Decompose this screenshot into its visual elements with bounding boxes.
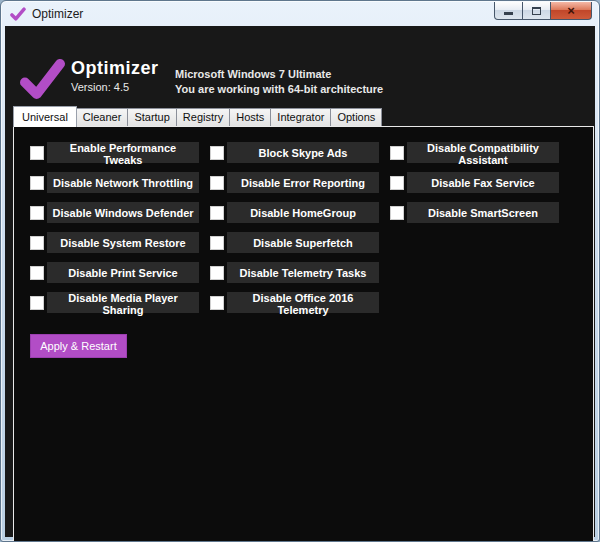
app-title: Optimizer [71, 58, 159, 79]
checkbox-disable-homegroup[interactable] [210, 206, 224, 220]
checkbox-disable-system-restore[interactable] [30, 236, 44, 250]
tab-options[interactable]: Options [331, 108, 382, 126]
option-row: Disable Compatibility Assistant [390, 142, 559, 163]
checkbox-disable-smartscreen[interactable] [390, 206, 404, 220]
button-disable-homegroup[interactable]: Disable HomeGroup [227, 202, 379, 223]
button-disable-fax-service[interactable]: Disable Fax Service [407, 172, 559, 193]
option-row: Disable Windows Defender [30, 202, 199, 223]
app-window: Optimizer × Optimizer Version: 4.5 Micro… [0, 0, 600, 542]
options-column-3: Disable Compatibility Assistant Disable … [390, 142, 559, 232]
checkbox-disable-print-service[interactable] [30, 266, 44, 280]
checkbox-disable-media-player-sharing[interactable] [30, 296, 44, 310]
option-row: Disable Superfetch [210, 232, 379, 253]
minimize-icon [504, 12, 513, 15]
button-disable-windows-defender[interactable]: Disable Windows Defender [47, 202, 199, 223]
version-label: Version: 4.5 [71, 81, 129, 93]
minimize-button[interactable] [494, 2, 523, 20]
button-disable-print-service[interactable]: Disable Print Service [47, 262, 199, 283]
button-disable-system-restore[interactable]: Disable System Restore [47, 232, 199, 253]
maximize-button[interactable] [523, 2, 550, 20]
checkbox-disable-compatibility-assistant[interactable] [390, 146, 404, 160]
tab-strip: Universal Cleaner Startup Registry Hosts… [13, 106, 382, 127]
button-enable-performance-tweaks[interactable]: Enable Performance Tweaks [47, 142, 199, 163]
options-column-1: Enable Performance Tweaks Disable Networ… [30, 142, 199, 322]
checkbox-disable-superfetch[interactable] [210, 236, 224, 250]
tab-cleaner[interactable]: Cleaner [77, 108, 129, 126]
button-disable-compatibility-assistant[interactable]: Disable Compatibility Assistant [407, 142, 559, 163]
checkbox-block-skype-ads[interactable] [210, 146, 224, 160]
option-row: Disable System Restore [30, 232, 199, 253]
checkbox-enable-performance-tweaks[interactable] [30, 146, 44, 160]
window-title: Optimizer [32, 7, 83, 21]
tab-hosts[interactable]: Hosts [230, 108, 271, 126]
checkbox-disable-windows-defender[interactable] [30, 206, 44, 220]
client-area: Optimizer Version: 4.5 Microsoft Windows… [5, 26, 595, 537]
tabpage-universal: Enable Performance Tweaks Disable Networ… [13, 126, 594, 542]
checkbox-disable-error-reporting[interactable] [210, 176, 224, 190]
option-row: Disable Fax Service [390, 172, 559, 193]
option-row: Enable Performance Tweaks [30, 142, 199, 163]
button-disable-error-reporting[interactable]: Disable Error Reporting [227, 172, 379, 193]
option-row: Disable Error Reporting [210, 172, 379, 193]
tab-registry[interactable]: Registry [177, 108, 230, 126]
button-disable-network-throttling[interactable]: Disable Network Throttling [47, 172, 199, 193]
caption-buttons: × [494, 2, 592, 20]
button-disable-office-2016-telemetry[interactable]: Disable Office 2016 Telemetry [227, 292, 379, 313]
button-disable-telemetry-tasks[interactable]: Disable Telemetry Tasks [227, 262, 379, 283]
button-block-skype-ads[interactable]: Block Skype Ads [227, 142, 379, 163]
button-disable-superfetch[interactable]: Disable Superfetch [227, 232, 379, 253]
logo-checkmark-icon [19, 57, 66, 100]
apply-restart-button[interactable]: Apply & Restart [30, 334, 127, 358]
close-icon: × [567, 3, 575, 19]
option-row: Disable Media Player Sharing [30, 292, 199, 313]
tab-universal[interactable]: Universal [13, 106, 77, 127]
option-row: Disable SmartScreen [390, 202, 559, 223]
option-row: Disable Office 2016 Telemetry [210, 292, 379, 313]
option-row: Disable HomeGroup [210, 202, 379, 223]
checkbox-disable-fax-service[interactable] [390, 176, 404, 190]
app-checkmark-icon [10, 7, 26, 21]
tab-startup[interactable]: Startup [128, 108, 176, 126]
button-disable-media-player-sharing[interactable]: Disable Media Player Sharing [47, 292, 199, 313]
checkbox-disable-network-throttling[interactable] [30, 176, 44, 190]
option-row: Block Skype Ads [210, 142, 379, 163]
os-name-label: Microsoft Windows 7 Ultimate [175, 68, 331, 80]
checkbox-disable-office-2016-telemetry[interactable] [210, 296, 224, 310]
options-column-2: Block Skype Ads Disable Error Reporting … [210, 142, 379, 322]
option-row: Disable Telemetry Tasks [210, 262, 379, 283]
maximize-icon [532, 7, 541, 15]
option-row: Disable Print Service [30, 262, 199, 283]
tab-integrator[interactable]: Integrator [271, 108, 331, 126]
checkbox-disable-telemetry-tasks[interactable] [210, 266, 224, 280]
option-row: Disable Network Throttling [30, 172, 199, 193]
button-disable-smartscreen[interactable]: Disable SmartScreen [407, 202, 559, 223]
os-architecture-label: You are working with 64-bit architecture [175, 83, 383, 95]
close-button[interactable]: × [550, 2, 592, 20]
